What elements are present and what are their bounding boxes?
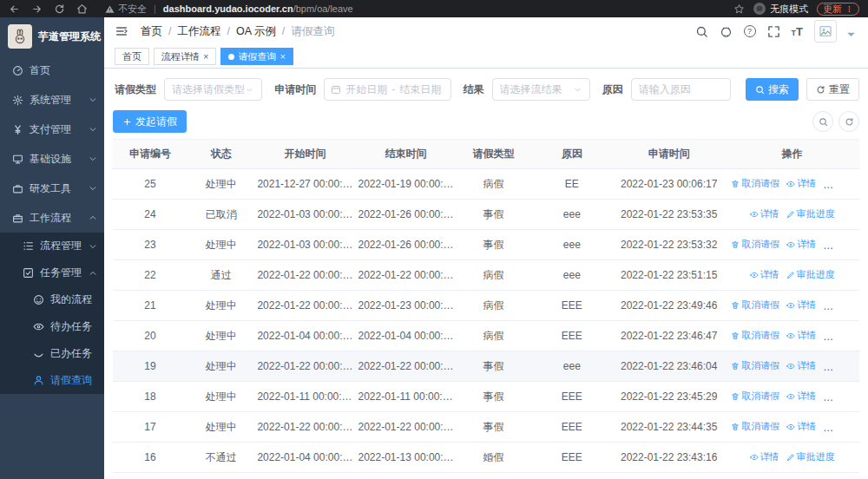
sidebar-item-done-tasks[interactable]: 已办任务: [0, 340, 104, 367]
app-title: 芋道管理系统: [38, 30, 101, 44]
reason-input[interactable]: [639, 83, 723, 95]
detail-link[interactable]: 详情: [786, 359, 816, 372]
cell-status: 处理中: [187, 291, 254, 321]
tab-home[interactable]: 首页: [115, 48, 149, 65]
font-size-icon[interactable]: TT: [792, 25, 803, 38]
tab-leave-query[interactable]: 请假查询×: [220, 48, 293, 65]
browser-menu-dots-icon[interactable]: [845, 5, 853, 13]
cancel-leave-link[interactable]: 取消请假: [731, 329, 779, 342]
sidebar-item-leave-query[interactable]: 请假查询: [0, 367, 104, 394]
detail-link[interactable]: 详情: [750, 268, 779, 281]
approval-progress-link[interactable]: 审批进度: [786, 450, 835, 463]
table-row[interactable]: 21处理中2022-01-22 00:00:002022-01-23 00:00…: [113, 291, 859, 321]
address-bar[interactable]: 不安全 | dashboard.yudao.iocoder.cn/bpm/oa/…: [105, 3, 733, 16]
sidebar-toggle-icon[interactable]: [115, 24, 128, 38]
security-chip[interactable]: 不安全: [105, 3, 147, 16]
user-avatar[interactable]: [814, 20, 837, 43]
result-select[interactable]: 请选择流结果: [492, 78, 590, 101]
sidebar-item-devtools[interactable]: 研发工具: [0, 174, 104, 203]
detail-link[interactable]: 详情: [786, 329, 816, 342]
search-icon: [819, 117, 828, 127]
detail-link[interactable]: 详情: [786, 420, 816, 433]
detail-link[interactable]: 详情: [786, 177, 816, 190]
refresh-table-button[interactable]: [838, 111, 859, 132]
sidebar-item-todo-tasks[interactable]: 待办任务: [0, 313, 104, 340]
cell-actions: 取消请假详情审批进度: [725, 351, 859, 382]
update-label: 更新: [823, 3, 842, 16]
table-row[interactable]: 19处理中2022-01-22 00:00:002022-01-22 00:00…: [113, 351, 859, 382]
breadcrumb-item-1[interactable]: 工作流程: [177, 24, 220, 39]
detail-link[interactable]: 详情: [786, 299, 816, 312]
table-row[interactable]: 24已取消2022-01-03 00:00:002022-01-26 00:00…: [113, 200, 859, 230]
table-row[interactable]: 18处理中2022-01-11 00:00:002022-01-11 00:00…: [113, 382, 859, 412]
breadcrumb-item-0[interactable]: 首页: [141, 24, 162, 39]
browser-reload-icon[interactable]: [54, 3, 65, 15]
browser-home-icon[interactable]: [76, 3, 88, 15]
github-icon[interactable]: [720, 25, 733, 38]
app-logo-row[interactable]: 芋道管理系统: [0, 17, 104, 56]
sidebar-item-system[interactable]: 系统管理: [0, 85, 104, 115]
table-row[interactable]: 16不通过2022-01-04 00:00:002022-01-13 00:00…: [113, 443, 859, 473]
cell-apply: 2022-01-22 23:45:29: [613, 382, 725, 412]
cell-reason: EEE: [531, 443, 614, 473]
task-icon: [23, 267, 34, 279]
detail-link[interactable]: 详情: [750, 450, 779, 463]
cell-end: 2022-01-11 00:00:00: [355, 382, 456, 412]
table-row[interactable]: 23处理中2022-01-03 00:00:002022-01-26 00:00…: [113, 230, 859, 260]
table-row[interactable]: 17处理中2022-01-22 00:00:002022-01-22 00:00…: [113, 412, 859, 443]
fullscreen-icon[interactable]: [767, 25, 780, 38]
leave-type-select[interactable]: 请选择请假类型: [164, 78, 262, 101]
cancel-leave-link[interactable]: 取消请假: [731, 359, 779, 372]
sidebar-item-my-process[interactable]: 我的流程: [0, 286, 104, 313]
cancel-leave-link[interactable]: 取消请假: [731, 238, 779, 251]
cancel-leave-label: 取消请假: [741, 299, 779, 312]
breadcrumb-item-2[interactable]: OA 示例: [236, 24, 276, 39]
tab-process-detail[interactable]: 流程详情×: [154, 48, 216, 65]
sidebar-item-label: 基础设施: [30, 152, 71, 167]
table-row[interactable]: 22通过2022-01-22 00:00:002022-01-22 00:00:…: [113, 260, 859, 291]
bookmark-star-icon[interactable]: [733, 3, 745, 15]
avatar-caret-down-icon[interactable]: [845, 28, 858, 41]
docs-help-icon[interactable]: ?: [744, 25, 756, 37]
update-button[interactable]: 更新: [817, 3, 859, 16]
sidebar-item-home[interactable]: 首页: [0, 56, 104, 85]
tab-close-icon[interactable]: ×: [203, 52, 208, 62]
delete-icon: [731, 423, 740, 431]
toggle-search-button[interactable]: [812, 111, 833, 132]
browser-back-icon[interactable]: [9, 3, 20, 15]
table-row[interactable]: 20处理中2022-01-04 00:00:002022-01-04 00:00…: [113, 321, 859, 351]
reset-button[interactable]: 重置: [806, 78, 859, 101]
detail-link[interactable]: 详情: [786, 390, 816, 403]
search-button[interactable]: 搜索: [746, 78, 799, 101]
cancel-leave-link[interactable]: 取消请假: [731, 299, 779, 312]
table-row[interactable]: 25处理中2021-12-27 00:00:002022-01-19 00:00…: [113, 169, 859, 200]
detail-link[interactable]: 详情: [750, 207, 779, 220]
cell-type: 事假: [457, 351, 531, 382]
tab-close-icon[interactable]: ×: [279, 52, 285, 62]
tab-label: 请假查询: [238, 50, 276, 63]
approval-progress-link[interactable]: 审批进度: [786, 207, 835, 220]
detail-link[interactable]: 详情: [786, 238, 816, 251]
browser-forward-icon[interactable]: [31, 3, 43, 15]
cell-type: 病假: [457, 321, 531, 351]
cell-reason: eee: [531, 260, 614, 291]
approval-progress-label: 审批进度: [833, 177, 859, 190]
cell-reason: eee: [531, 230, 614, 260]
apply-time-range-picker[interactable]: 开始日期 - 结束日期: [324, 78, 450, 101]
chevron-down-icon: [245, 85, 254, 95]
cancel-leave-link[interactable]: 取消请假: [731, 177, 779, 190]
cell-reason: EEE: [531, 291, 614, 321]
create-leave-button[interactable]: 发起请假: [113, 110, 187, 133]
sidebar-item-process-mgmt[interactable]: 流程管理: [0, 233, 104, 259]
sidebar-item-payment[interactable]: 支付管理: [0, 115, 104, 144]
approval-progress-link[interactable]: 审批进度: [786, 268, 835, 281]
dashboard-icon: [12, 65, 23, 76]
sidebar-item-workflow[interactable]: 工作流程: [0, 203, 104, 233]
cell-end: 2022-01-26 00:00:00: [355, 230, 456, 260]
sidebar-item-infrastructure[interactable]: 基础设施: [0, 144, 104, 174]
cancel-leave-link[interactable]: 取消请假: [731, 420, 779, 433]
cancel-leave-link[interactable]: 取消请假: [731, 390, 779, 403]
header-search-icon[interactable]: [695, 25, 708, 38]
sidebar-item-task-mgmt[interactable]: 任务管理: [0, 259, 104, 286]
cell-end: 2022-01-19 00:00:00: [355, 169, 456, 200]
